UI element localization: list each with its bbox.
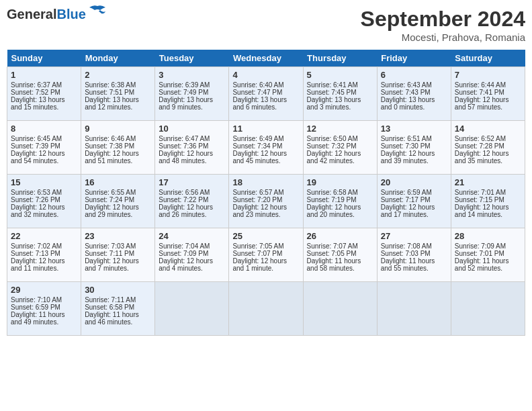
calendar-table: SundayMondayTuesdayWednesdayThursdayFrid… [7, 50, 525, 336]
daylight-text: Daylight: 12 hours and 4 minutes. [159, 257, 225, 272]
sunrise-text: Sunrise: 6:39 AM [159, 81, 225, 89]
sunset-text: Sunset: 7:38 PM [85, 142, 151, 150]
day-number: 5 [307, 70, 373, 80]
sunset-text: Sunset: 7:17 PM [381, 196, 447, 203]
daylight-text: Daylight: 11 hours and 55 minutes. [381, 257, 447, 272]
day-cell-17: 17Sunrise: 6:56 AMSunset: 7:22 PMDayligh… [155, 175, 229, 228]
page-header: GeneralBlue September 2024 Mocesti, Prah… [7, 7, 525, 43]
daylight-text: Daylight: 13 hours and 0 minutes. [381, 96, 447, 111]
day-cell-30: 30Sunrise: 7:11 AMSunset: 6:58 PMDayligh… [81, 282, 155, 336]
sunrise-text: Sunrise: 7:09 AM [455, 242, 521, 250]
sunrise-text: Sunrise: 6:53 AM [11, 189, 77, 196]
daylight-text: Daylight: 12 hours and 32 minutes. [11, 203, 77, 218]
day-cell-8: 8Sunrise: 6:45 AMSunset: 7:39 PMDaylight… [7, 121, 81, 175]
day-cell-6: 6Sunrise: 6:43 AMSunset: 7:43 PMDaylight… [377, 67, 451, 121]
empty-cell [229, 282, 303, 336]
sunrise-text: Sunrise: 7:07 AM [307, 242, 373, 250]
day-cell-25: 25Sunrise: 7:05 AMSunset: 7:07 PMDayligh… [229, 228, 303, 282]
daylight-text: Daylight: 12 hours and 42 minutes. [307, 150, 373, 165]
day-number: 17 [159, 177, 225, 187]
sunset-text: Sunset: 7:45 PM [307, 89, 373, 96]
day-cell-9: 9Sunrise: 6:46 AMSunset: 7:38 PMDaylight… [81, 121, 155, 175]
day-cell-16: 16Sunrise: 6:55 AMSunset: 7:24 PMDayligh… [81, 175, 155, 228]
sunrise-text: Sunrise: 6:50 AM [307, 135, 373, 142]
day-number: 23 [85, 231, 151, 241]
day-number: 28 [455, 231, 521, 241]
daylight-text: Daylight: 12 hours and 57 minutes. [455, 96, 521, 111]
sunset-text: Sunset: 7:26 PM [11, 196, 77, 203]
month-title: September 2024 [361, 7, 525, 32]
week-row-4: 22Sunrise: 7:02 AMSunset: 7:13 PMDayligh… [7, 228, 525, 282]
daylight-text: Daylight: 12 hours and 54 minutes. [11, 150, 77, 165]
day-cell-23: 23Sunrise: 7:03 AMSunset: 7:11 PMDayligh… [81, 228, 155, 282]
logo: GeneralBlue [7, 7, 107, 22]
day-cell-11: 11Sunrise: 6:49 AMSunset: 7:34 PMDayligh… [229, 121, 303, 175]
day-cell-27: 27Sunrise: 7:08 AMSunset: 7:03 PMDayligh… [377, 228, 451, 282]
sunset-text: Sunset: 7:39 PM [11, 142, 77, 150]
week-row-3: 15Sunrise: 6:53 AMSunset: 7:26 PMDayligh… [7, 175, 525, 228]
day-cell-22: 22Sunrise: 7:02 AMSunset: 7:13 PMDayligh… [7, 228, 81, 282]
sunrise-text: Sunrise: 7:05 AM [232, 242, 299, 250]
sunrise-text: Sunrise: 6:38 AM [85, 81, 151, 89]
day-number: 13 [381, 124, 447, 134]
sunrise-text: Sunrise: 7:10 AM [11, 296, 77, 304]
daylight-text: Daylight: 12 hours and 17 minutes. [381, 203, 447, 218]
day-number: 22 [11, 231, 77, 241]
sunrise-text: Sunrise: 6:40 AM [232, 81, 299, 89]
day-cell-29: 29Sunrise: 7:10 AMSunset: 6:59 PMDayligh… [7, 282, 81, 336]
sunset-text: Sunset: 7:43 PM [381, 89, 447, 96]
sunset-text: Sunset: 7:01 PM [455, 250, 521, 257]
daylight-text: Daylight: 12 hours and 20 minutes. [307, 203, 373, 218]
sunset-text: Sunset: 7:34 PM [232, 142, 299, 150]
day-cell-26: 26Sunrise: 7:07 AMSunset: 7:05 PMDayligh… [303, 228, 377, 282]
logo-bird-icon [88, 5, 107, 21]
daylight-text: Daylight: 12 hours and 48 minutes. [159, 150, 225, 165]
title-block: September 2024 Mocesti, Prahova, Romania [361, 7, 525, 43]
day-cell-19: 19Sunrise: 6:58 AMSunset: 7:19 PMDayligh… [303, 175, 377, 228]
header-row: SundayMondayTuesdayWednesdayThursdayFrid… [7, 50, 525, 67]
day-number: 16 [85, 177, 151, 187]
day-cell-21: 21Sunrise: 7:01 AMSunset: 7:15 PMDayligh… [451, 175, 525, 228]
daylight-text: Daylight: 13 hours and 3 minutes. [307, 96, 373, 111]
sunset-text: Sunset: 7:07 PM [232, 250, 299, 257]
day-number: 8 [11, 124, 77, 134]
day-cell-20: 20Sunrise: 6:59 AMSunset: 7:17 PMDayligh… [377, 175, 451, 228]
day-number: 3 [159, 70, 225, 80]
day-number: 6 [381, 70, 447, 80]
day-number: 30 [85, 285, 151, 295]
day-cell-1: 1Sunrise: 6:37 AMSunset: 7:52 PMDaylight… [7, 67, 81, 121]
daylight-text: Daylight: 11 hours and 46 minutes. [85, 311, 151, 326]
sunrise-text: Sunrise: 6:52 AM [455, 135, 521, 142]
day-number: 9 [85, 124, 151, 134]
sunrise-text: Sunrise: 6:46 AM [85, 135, 151, 142]
sunset-text: Sunset: 7:30 PM [381, 142, 447, 150]
week-row-1: 1Sunrise: 6:37 AMSunset: 7:52 PMDaylight… [7, 67, 525, 121]
day-cell-4: 4Sunrise: 6:40 AMSunset: 7:47 PMDaylight… [229, 67, 303, 121]
sunrise-text: Sunrise: 6:47 AM [159, 135, 225, 142]
daylight-text: Daylight: 12 hours and 35 minutes. [455, 150, 521, 165]
day-number: 25 [232, 231, 299, 241]
sunset-text: Sunset: 7:52 PM [11, 89, 77, 96]
sunset-text: Sunset: 7:51 PM [85, 89, 151, 96]
sunrise-text: Sunrise: 7:08 AM [381, 242, 447, 250]
sunset-text: Sunset: 7:24 PM [85, 196, 151, 203]
day-number: 12 [307, 124, 373, 134]
sunset-text: Sunset: 6:58 PM [85, 304, 151, 311]
empty-cell [451, 282, 525, 336]
daylight-text: Daylight: 12 hours and 23 minutes. [232, 203, 299, 218]
sunset-text: Sunset: 7:28 PM [455, 142, 521, 150]
day-cell-10: 10Sunrise: 6:47 AMSunset: 7:36 PMDayligh… [155, 121, 229, 175]
sunset-text: Sunset: 7:22 PM [159, 196, 225, 203]
daylight-text: Daylight: 12 hours and 29 minutes. [85, 203, 151, 218]
day-cell-14: 14Sunrise: 6:52 AMSunset: 7:28 PMDayligh… [451, 121, 525, 175]
day-cell-24: 24Sunrise: 7:04 AMSunset: 7:09 PMDayligh… [155, 228, 229, 282]
daylight-text: Daylight: 11 hours and 52 minutes. [455, 257, 521, 272]
day-cell-15: 15Sunrise: 6:53 AMSunset: 7:26 PMDayligh… [7, 175, 81, 228]
daylight-text: Daylight: 13 hours and 15 minutes. [11, 96, 77, 111]
sunset-text: Sunset: 7:19 PM [307, 196, 373, 203]
day-number: 29 [11, 285, 77, 295]
day-number: 24 [159, 231, 225, 241]
logo-general: General [7, 7, 56, 21]
sunset-text: Sunset: 7:47 PM [232, 89, 299, 96]
day-number: 18 [232, 177, 299, 187]
